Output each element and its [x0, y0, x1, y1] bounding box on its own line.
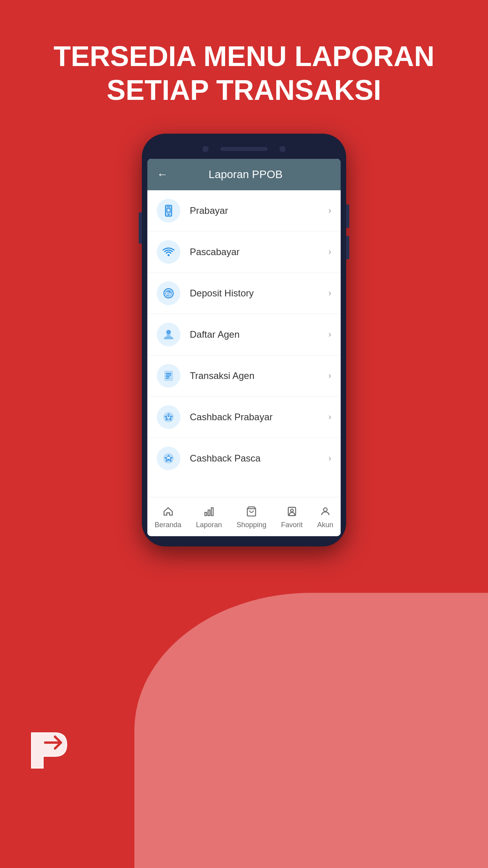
- star-icon: [285, 504, 299, 519]
- deposit-history-chevron: ›: [328, 288, 331, 298]
- deposit-icon-wrap: Rp: [157, 281, 180, 305]
- nav-beranda[interactable]: Beranda: [155, 504, 182, 529]
- transaksi-agen-label: Transaksi Agen: [190, 370, 328, 381]
- menu-item-cashback-pasca[interactable]: Cashback Pasca ›: [147, 438, 341, 479]
- svg-point-29: [290, 509, 293, 512]
- svg-point-6: [168, 254, 170, 256]
- cashback-pasca-chevron: ›: [328, 453, 331, 463]
- svg-point-30: [323, 508, 327, 511]
- pascabayar-icon-wrap: [157, 240, 180, 264]
- svg-rect-12: [167, 335, 171, 336]
- transaksi-icon: [162, 370, 175, 382]
- cashback-pasca-icon-wrap: [157, 447, 180, 470]
- cashback-pasca-label: Cashback Pasca: [190, 453, 328, 464]
- nav-akun-label: Akun: [317, 521, 333, 529]
- home-icon: [161, 504, 175, 519]
- phone-speaker-right: [279, 146, 286, 152]
- phone-notch: [147, 139, 341, 159]
- svg-point-11: [166, 330, 171, 335]
- nav-laporan-label: Laporan: [196, 521, 222, 529]
- nav-shopping[interactable]: Shopping: [237, 504, 266, 529]
- prabayar-icon-wrap: [157, 199, 180, 223]
- phone-speaker: [220, 147, 268, 151]
- header-line1: TERSEDIA MENU LAPORAN: [31, 39, 457, 73]
- agent-icon: [162, 328, 175, 341]
- nav-shopping-label: Shopping: [237, 521, 266, 529]
- cashback-prabayar-label: Cashback Prabayar: [190, 412, 328, 423]
- cart-icon: [244, 504, 259, 519]
- pascabayar-chevron: ›: [328, 247, 331, 257]
- mobile-icon: [162, 204, 175, 217]
- app-header: ← Laporan PPOB: [147, 159, 341, 190]
- nav-favorit[interactable]: Favorit: [281, 504, 303, 529]
- pascabayar-label: Pascabayar: [190, 246, 328, 257]
- cashback2-icon: [162, 452, 175, 465]
- svg-text:Rp: Rp: [166, 292, 171, 296]
- daftar-agen-icon-wrap: [157, 323, 180, 346]
- menu-item-deposit-history[interactable]: Rp Deposit History ›: [147, 273, 341, 314]
- daftar-agen-label: Daftar Agen: [190, 329, 328, 340]
- phone-vol-btn: [139, 212, 142, 244]
- promo-header: TERSEDIA MENU LAPORAN SETIAP TRANSAKSI: [0, 39, 488, 107]
- menu-item-transaksi-agen[interactable]: Transaksi Agen ›: [147, 355, 341, 397]
- nav-beranda-label: Beranda: [155, 521, 182, 529]
- svg-rect-13: [165, 371, 172, 381]
- deposit-history-label: Deposit History: [190, 288, 328, 299]
- app-logo: [24, 729, 75, 772]
- wifi-icon: [162, 246, 175, 258]
- deposit-icon: Rp: [162, 287, 175, 300]
- chart-icon: [202, 504, 216, 519]
- user-icon: [318, 504, 332, 519]
- nav-laporan[interactable]: Laporan: [196, 504, 222, 529]
- transaksi-agen-chevron: ›: [328, 371, 331, 381]
- back-button[interactable]: ←: [157, 168, 168, 181]
- nav-favorit-label: Favorit: [281, 521, 303, 529]
- phone-power-btn: [346, 204, 349, 228]
- svg-rect-26: [211, 508, 213, 516]
- svg-point-2: [168, 214, 169, 215]
- phone-frame: ← Laporan PPOB: [142, 134, 346, 546]
- menu-item-pascabayar[interactable]: Pascabayar ›: [147, 232, 341, 273]
- menu-item-cashback-prabayar[interactable]: Cashback Prabayar ›: [147, 397, 341, 438]
- cashback-prabayar-chevron: ›: [328, 412, 331, 422]
- prabayar-chevron: ›: [328, 206, 331, 216]
- bottom-navigation: Beranda Laporan: [147, 497, 341, 536]
- cashback-prabayar-icon-wrap: [157, 405, 180, 429]
- svg-rect-25: [208, 510, 210, 516]
- svg-point-5: [167, 209, 170, 211]
- phone-screen: ← Laporan PPOB: [147, 159, 341, 536]
- daftar-agen-chevron: ›: [328, 329, 331, 340]
- nav-akun[interactable]: Akun: [317, 504, 333, 529]
- transaksi-agen-icon-wrap: [157, 364, 180, 388]
- app-title: Laporan PPOB: [176, 168, 316, 181]
- phone-power-btn2: [346, 236, 349, 259]
- menu-list: Prabayar › Pascabayar: [147, 190, 341, 497]
- phone-mockup: ← Laporan PPOB: [142, 134, 346, 794]
- header-line2: SETIAP TRANSAKSI: [31, 73, 457, 107]
- svg-rect-24: [205, 512, 207, 515]
- phone-camera: [202, 146, 209, 152]
- logo-wrap: [24, 729, 75, 774]
- cashback-icon: [162, 411, 175, 423]
- menu-item-daftar-agen[interactable]: Daftar Agen ›: [147, 314, 341, 355]
- prabayar-label: Prabayar: [190, 205, 328, 216]
- svg-rect-3: [167, 206, 170, 207]
- menu-item-prabayar[interactable]: Prabayar ›: [147, 190, 341, 232]
